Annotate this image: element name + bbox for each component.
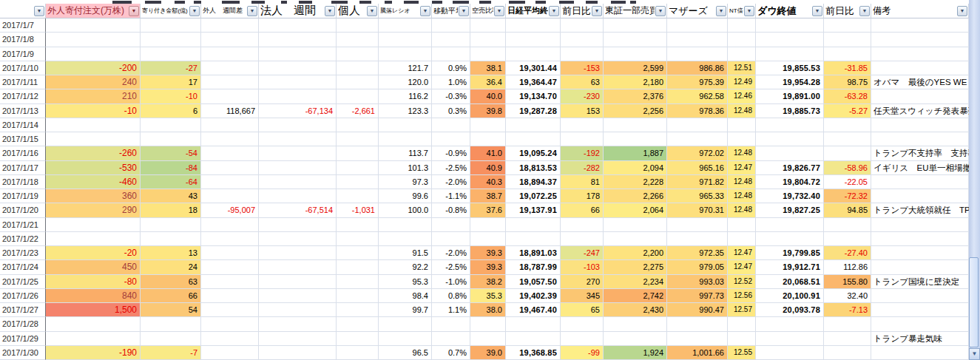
cell-q[interactable] xyxy=(871,260,969,274)
cell-k[interactable] xyxy=(561,132,604,146)
cell-n[interactable] xyxy=(728,47,756,61)
date-cell[interactable]: 2017/1/17 xyxy=(0,161,46,175)
cell-p[interactable] xyxy=(824,18,871,33)
cell-d[interactable] xyxy=(201,33,259,47)
cell-e[interactable] xyxy=(259,18,337,33)
cell-f[interactable] xyxy=(337,47,379,61)
cell-p[interactable]: 94.85 xyxy=(824,203,871,217)
cell-e[interactable] xyxy=(259,75,337,89)
cell-c[interactable]: -27 xyxy=(141,61,201,75)
cell-h[interactable] xyxy=(432,132,470,146)
cell-i[interactable]: 38.0 xyxy=(470,303,506,317)
date-cell[interactable]: 2017/1/26 xyxy=(0,289,46,303)
filter-dropdown-icon[interactable]: ▼ xyxy=(494,6,504,16)
cell-q[interactable] xyxy=(871,89,969,103)
cell-q[interactable] xyxy=(871,132,969,146)
cell-j[interactable]: 18,894.37 xyxy=(506,175,561,189)
cell-p[interactable]: -5.27 xyxy=(824,104,871,118)
cell-d[interactable] xyxy=(201,132,259,146)
header-k[interactable]: 前日比▼ xyxy=(561,4,604,18)
header-n[interactable]: NT倍率▼ xyxy=(728,4,756,18)
cell-h[interactable] xyxy=(432,118,470,132)
cell-j[interactable]: 19,368.85 xyxy=(506,346,561,360)
date-cell[interactable]: 2017/1/12 xyxy=(0,89,46,103)
cell-q[interactable] xyxy=(871,346,969,360)
cell-k[interactable] xyxy=(561,332,604,346)
cell-b[interactable]: -460 xyxy=(46,175,141,189)
cell-f[interactable] xyxy=(337,218,379,232)
cell-q[interactable] xyxy=(871,317,969,331)
cell-g[interactable]: 121.7 xyxy=(379,61,432,75)
cell-n[interactable] xyxy=(728,18,756,33)
cell-h[interactable] xyxy=(432,33,470,47)
filter-dropdown-icon[interactable]: ▼ xyxy=(957,6,967,16)
cell-l[interactable] xyxy=(604,132,667,146)
cell-n[interactable]: 12.48 xyxy=(728,189,756,203)
cell-j[interactable]: 19,287.28 xyxy=(506,104,561,118)
cell-g[interactable] xyxy=(379,132,432,146)
cell-k[interactable]: 270 xyxy=(561,275,604,289)
cell-e[interactable] xyxy=(259,260,337,274)
date-cell[interactable]: 2017/1/11 xyxy=(0,75,46,89)
cell-g[interactable]: 96.5 xyxy=(379,346,432,360)
cell-n[interactable]: 12.48 xyxy=(728,203,756,217)
cell-p[interactable]: 32.40 xyxy=(824,289,871,303)
cell-f[interactable] xyxy=(337,61,379,75)
cell-b[interactable]: 1,500 xyxy=(46,303,141,317)
cell-l[interactable]: 2,742 xyxy=(604,289,667,303)
cell-j[interactable]: 19,364.47 xyxy=(506,75,561,89)
cell-i[interactable] xyxy=(470,232,506,246)
cell-b[interactable]: -80 xyxy=(46,275,141,289)
cell-e[interactable] xyxy=(259,118,337,132)
cell-j[interactable]: 19,301.44 xyxy=(506,61,561,75)
cell-l[interactable] xyxy=(604,118,667,132)
header-h[interactable]: 移動平均▼ xyxy=(432,4,470,18)
cell-e[interactable] xyxy=(259,33,337,47)
filter-dropdown-icon[interactable]: ▼ xyxy=(459,6,469,16)
cell-e[interactable] xyxy=(259,246,337,260)
cell-q[interactable] xyxy=(871,61,969,75)
cell-b[interactable]: 240 xyxy=(46,75,141,89)
cell-d[interactable] xyxy=(201,260,259,274)
cell-p[interactable]: -72.32 xyxy=(824,189,871,203)
cell-p[interactable]: 155.80 xyxy=(824,275,871,289)
cell-f[interactable] xyxy=(337,146,379,160)
cell-g[interactable] xyxy=(379,118,432,132)
date-cell[interactable]: 2017/1/13 xyxy=(0,104,46,118)
filter-dropdown-icon[interactable]: ▼ xyxy=(716,6,726,16)
cell-h[interactable]: -2.5% xyxy=(432,260,470,274)
cell-o[interactable]: 19,732.40 xyxy=(756,189,824,203)
cell-c[interactable]: 54 xyxy=(141,303,201,317)
cell-l[interactable]: 2,275 xyxy=(604,260,667,274)
cell-j[interactable] xyxy=(506,47,561,61)
cell-b[interactable] xyxy=(46,118,141,132)
cell-q[interactable]: 任天堂スウィッチ発表暴落 xyxy=(871,104,969,118)
cell-n[interactable]: 12.57 xyxy=(728,303,756,317)
cell-g[interactable] xyxy=(379,218,432,232)
cell-c[interactable]: 13 xyxy=(141,246,201,260)
cell-b[interactable]: -530 xyxy=(46,161,141,175)
cell-b[interactable] xyxy=(46,33,141,47)
cell-k[interactable]: 153 xyxy=(561,104,604,118)
date-cell[interactable]: 2017/1/27 xyxy=(0,303,46,317)
cell-o[interactable]: 20,068.51 xyxy=(756,275,824,289)
header-i[interactable]: 空売比率▼ xyxy=(470,4,506,18)
cell-p[interactable]: -58.96 xyxy=(824,161,871,175)
cell-p[interactable] xyxy=(824,232,871,246)
cell-q[interactable] xyxy=(871,289,969,303)
filter-dropdown-icon[interactable]: ▼ xyxy=(34,6,44,16)
cell-m[interactable] xyxy=(667,232,728,246)
cell-h[interactable]: -1.0% xyxy=(432,275,470,289)
cell-p[interactable]: -22.05 xyxy=(824,175,871,189)
cell-o[interactable]: 19,804.72 xyxy=(756,175,824,189)
cell-j[interactable]: 19,072.25 xyxy=(506,189,561,203)
cell-m[interactable]: 972.35 xyxy=(667,246,728,260)
header-l[interactable]: 東証一部売買▼ xyxy=(604,4,667,18)
cell-q[interactable] xyxy=(871,47,969,61)
cell-n[interactable] xyxy=(728,33,756,47)
cell-g[interactable]: 101.3 xyxy=(379,161,432,175)
scrollbar-thumb[interactable] xyxy=(969,257,979,347)
cell-d[interactable]: -95,007 xyxy=(201,203,259,217)
cell-p[interactable]: -27.40 xyxy=(824,246,871,260)
cell-k[interactable]: -103 xyxy=(561,260,604,274)
